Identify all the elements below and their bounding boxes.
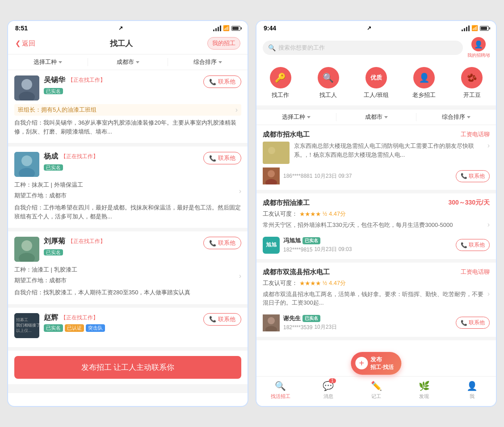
chevron-right-icon: ›	[239, 187, 241, 195]
filter-city[interactable]: 成都市	[88, 58, 168, 66]
hometown-item[interactable]: 👤 老乡招工	[400, 67, 448, 99]
phone-icon: 📞	[209, 240, 216, 247]
job-title: 成都市招油漆工	[263, 199, 310, 207]
worker-status: 【正在找工作】	[68, 76, 105, 84]
poster-info: 186****8881 10月23日 09:37	[263, 167, 352, 184]
filter-city[interactable]: 成都市	[336, 113, 416, 121]
tab-timesheet[interactable]: ✏️ 记工	[352, 380, 400, 400]
worker-status: 【正在找工作】	[61, 153, 98, 160]
tab-messages[interactable]: 💬 1 消息	[304, 380, 352, 400]
avatar	[14, 237, 39, 262]
my-recruit-button[interactable]: 我的招工	[207, 37, 240, 50]
search-icon: 🔍	[268, 44, 276, 51]
worker-description: 自我介绍：工作地希望在四川，最好是成都。找抹灰和保温活，最好是包工活。然后固定班…	[14, 203, 241, 221]
poster-verified: 已实名	[302, 237, 320, 244]
find-worker-icon: 🔍	[318, 67, 339, 88]
job-description: 常州天宁区，招外墙涂料工330元/天，包住不包吃，每月生活费3000-5000	[263, 221, 487, 230]
worker-card[interactable]: 吴锡华 【正在找工作】 已实名 📞 联系他 班组长：拥有5人的油漆工班组	[8, 70, 248, 147]
poster-name: 谢先生	[283, 314, 301, 322]
search-box[interactable]: 🔍 搜索你想要的工作	[263, 41, 463, 55]
worker-info: 杨成 【正在找工作】 已实名	[44, 152, 199, 171]
chevron-right-icon: ›	[239, 272, 241, 280]
half-star: ½	[323, 211, 327, 217]
beans-label: 开工豆	[463, 91, 481, 99]
contact-button[interactable]: 📞 联系他	[456, 317, 490, 329]
find-job-icon: 🔑	[270, 67, 291, 88]
contact-button[interactable]: 📞 联系他	[203, 75, 241, 88]
job-card[interactable]: 成都市招油漆工 300～330元/天 工友认可度： ★★★★ ½ 4.47分 常…	[256, 193, 496, 263]
my-recruit-button[interactable]: 👤 我的招聘/收藏	[467, 37, 490, 58]
beans-icon: 🫘	[461, 67, 483, 88]
left-filter-bar: 选择工种 成都市 综合排序	[8, 54, 248, 70]
right-header: 🔍 搜索你想要的工作 👤 我的招聘/收藏	[256, 33, 496, 63]
job-card[interactable]: 成都市招水电工 工资电话聊 京东西南总部大楼现急需招人电工消防弱电大工需要工作的…	[256, 125, 496, 193]
job-description: 成都市双流县招水电工两名，活简单，钱好拿。要求：听指挥、勤快、吃苦耐劳，不要混日…	[263, 290, 487, 307]
phone-icon: 📞	[461, 320, 467, 326]
worker-description: 自我介绍：我叫吴锡华，36岁从事室内乳胶添油漆装修20年。主要从事室内乳胶漆精装…	[14, 118, 241, 136]
tab-timesheet-label: 记工	[371, 393, 381, 400]
phone-icon: 📞	[461, 242, 467, 248]
filter-job-type[interactable]: 选择工种	[256, 113, 336, 121]
contact-button[interactable]: 📞 联系他	[203, 313, 241, 326]
post-time: 10月23日	[314, 323, 337, 331]
tab-profile[interactable]: 👤 我	[448, 380, 496, 400]
svg-point-7	[21, 240, 32, 251]
wifi-icon: 📶	[471, 25, 478, 31]
publish-recruit-button[interactable]: 发布招工 让工人主动联系你	[14, 356, 241, 379]
worker-description: 自我介绍：找乳胶漆工，本人期待工资280至350，本人做事踏实认真	[14, 288, 241, 297]
filter-sort[interactable]: 综合排序	[416, 113, 496, 121]
contact-button[interactable]: 📞 联系他	[203, 152, 241, 164]
find-worker-item[interactable]: 🔍 找工人	[304, 67, 352, 99]
worker-list: 吴锡华 【正在找工作】 已实名 📞 联系他 班组长：拥有5人的油漆工班组	[8, 70, 248, 406]
back-button[interactable]: ❮ 返回	[15, 39, 35, 48]
verified-badge: 已实名	[44, 88, 63, 94]
worker-name: 赵辉	[44, 313, 58, 322]
salary: 工资电话聊	[461, 268, 490, 276]
job-title: 成都市招水电工	[263, 130, 310, 139]
chevron-right-icon: ›	[487, 290, 490, 298]
tab-discover[interactable]: 🌿 发现	[400, 380, 448, 400]
job-card[interactable]: 成都市双流县招水电工 工资电话聊 工友认可度： ★★★★ ½ 4.47分 成都市…	[256, 263, 496, 340]
filter-sort[interactable]: 综合排序	[168, 58, 248, 66]
signal-icon	[462, 25, 470, 31]
worker-info: 刘厚菊 【正在找工作】 已实名	[44, 237, 199, 256]
avatar	[14, 152, 39, 177]
poster-info: 旭旭 冯旭旭 已实名 182****9815 10月23日 09:03	[263, 237, 352, 254]
contact-button[interactable]: 📞 联系他	[456, 170, 490, 182]
worker-info: 吴锡华 【正在找工作】 已实名	[44, 75, 199, 95]
phone-icon: 📞	[209, 316, 216, 322]
worker-card[interactable]: 刘厚菊 【正在找工作】 已实名 📞 联系他 工种：油漆工 | 乳胶漆	[8, 231, 248, 308]
svg-point-14	[268, 147, 275, 154]
tab-bar: 🔍 找活招工 💬 1 消息 ✏️ 记工 🌿	[256, 376, 496, 406]
back-chevron: ❮	[15, 39, 21, 47]
left-location-icon: ↗	[118, 25, 123, 31]
post-time: 10月23日 09:37	[314, 172, 352, 180]
team-item[interactable]: 优质 工人/班组	[352, 67, 400, 99]
svg-text:以上仅...: 以上仅...	[16, 328, 32, 333]
poster-phone: 182****3539	[283, 324, 312, 331]
worker-card[interactable]: 招募工我们相链接了以上仅... 赵辉 【正在找工作】 已实名 已认证 突击队	[8, 308, 248, 351]
poster-name: 冯旭旭	[283, 237, 301, 245]
leader-tag: 班组长：拥有5人的油漆工班组	[18, 106, 97, 114]
worker-card[interactable]: 杨成 【正在找工作】 已实名 📞 联系他 工种：抹灰工 | 外墙保温	[8, 147, 248, 231]
svg-point-4	[21, 155, 32, 166]
icon-grid: 🔑 找工作 🔍 找工人 优质 工人/班组 👤 老乡招工 🫘 开工豆	[256, 63, 496, 109]
filter-job-type[interactable]: 选择工种	[8, 58, 88, 66]
hometown-icon: 👤	[413, 67, 435, 88]
person-icon: 👤	[471, 37, 486, 51]
beans-item[interactable]: 🫘 开工豆	[448, 67, 496, 99]
contact-button[interactable]: 📞 联系他	[203, 237, 241, 249]
chevron-down-icon	[136, 61, 139, 63]
signal-icon	[213, 25, 221, 31]
chevron-down-icon	[307, 116, 311, 118]
tab-find-work[interactable]: 🔍 找活招工	[256, 380, 304, 400]
contact-button[interactable]: 📞 联系他	[456, 239, 490, 251]
elite-badge: 突击队	[86, 324, 105, 332]
verified-badge: 已实名	[44, 164, 63, 171]
left-status-icons: 📶	[213, 25, 240, 31]
right-time: 9:44	[264, 25, 276, 32]
find-job-item[interactable]: 🔑 找工作	[256, 67, 304, 99]
tab-profile-label: 我	[470, 393, 475, 400]
tab-find-work-label: 找活招工	[271, 393, 290, 400]
fab-button[interactable]: + 发布 招工·找活	[351, 352, 401, 375]
